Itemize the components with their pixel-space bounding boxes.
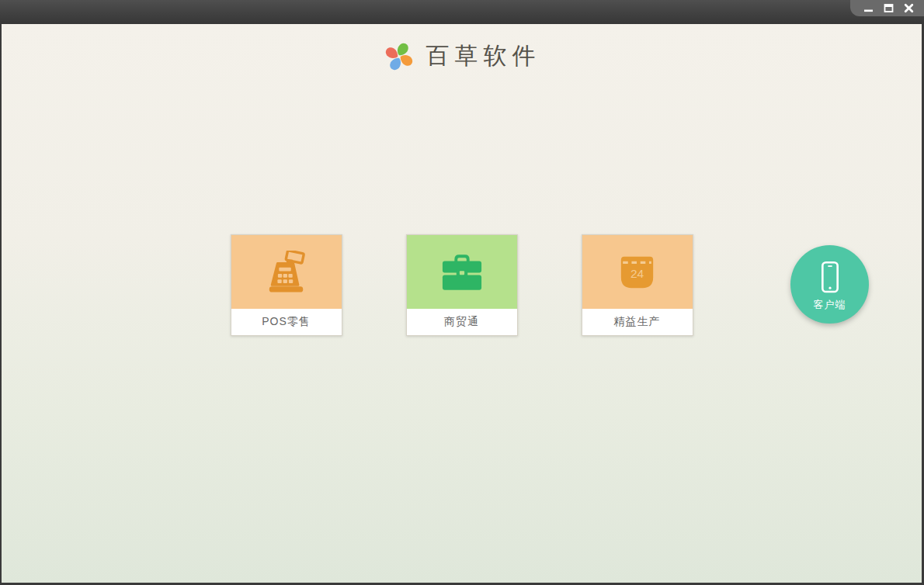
app-window: 百草软件 bbox=[0, 0, 924, 585]
calendar-day-number: 24 bbox=[630, 267, 644, 280]
product-card-trade[interactable]: 商贸通 bbox=[406, 234, 518, 336]
product-label-pos: POS零售 bbox=[231, 309, 342, 335]
smartphone-icon bbox=[816, 261, 844, 295]
briefcase-icon bbox=[441, 253, 483, 292]
window-controls bbox=[850, 0, 924, 16]
minimize-button[interactable] bbox=[860, 2, 877, 15]
close-icon bbox=[904, 3, 914, 13]
cash-register-icon bbox=[264, 251, 309, 294]
minimize-icon bbox=[863, 3, 874, 13]
pinwheel-logo bbox=[383, 41, 415, 72]
pos-tile bbox=[231, 235, 342, 309]
maximize-button[interactable] bbox=[881, 2, 897, 15]
product-label-lean: 精益生产 bbox=[582, 309, 693, 335]
title-bar[interactable] bbox=[0, 0, 924, 24]
client-button[interactable]: 客户端 bbox=[790, 245, 869, 324]
main-area: 百草软件 bbox=[2, 24, 922, 583]
trade-tile bbox=[407, 235, 517, 309]
close-button[interactable] bbox=[901, 2, 917, 15]
page-title: 百草软件 bbox=[426, 40, 541, 72]
lean-tile: 24 bbox=[582, 235, 693, 309]
product-label-trade: 商贸通 bbox=[407, 309, 517, 335]
product-card-pos[interactable]: POS零售 bbox=[231, 234, 342, 336]
client-label: 客户端 bbox=[814, 298, 846, 312]
product-cards: POS零售 商贸通 bbox=[2, 234, 922, 336]
calendar-icon: 24 bbox=[619, 254, 655, 290]
app-header: 百草软件 bbox=[2, 24, 922, 72]
product-card-lean[interactable]: 24 精益生产 bbox=[582, 234, 693, 336]
maximize-icon bbox=[884, 3, 894, 13]
